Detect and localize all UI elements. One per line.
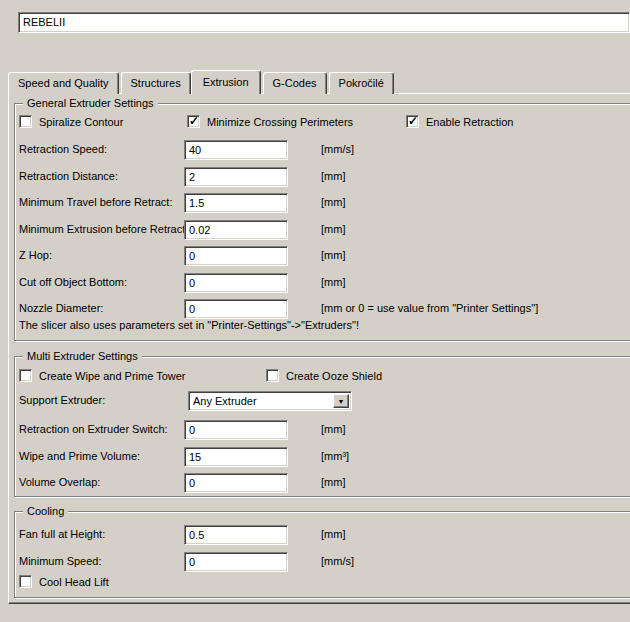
tab-g-codes[interactable]: G-Codes [263,72,327,94]
tab-pokrocile[interactable]: Pokročilé [329,72,394,94]
field-row: Cut off Object Bottom: 0 [mm] [19,273,629,293]
field-row: Z Hop: 0 [mm] [19,246,629,266]
dropdown-row: Support Extruder: Any Extruder ▼ [19,391,629,411]
z-hop-input[interactable]: 0 [184,246,288,266]
check-icon: ✓ [408,114,418,128]
retraction-on-extruder-switch-input[interactable]: 0 [184,420,288,440]
enable-retraction-checkbox[interactable]: ✓ Enable Retraction [406,115,566,129]
checkbox-box: ✓ [406,115,419,128]
minimum-speed-input[interactable]: 0 [184,552,288,572]
volume-overlap-input[interactable]: 0 [184,473,288,493]
field-row: Nozzle Diameter: 0 [mm or 0 = use value … [19,299,629,319]
slicer-settings-window: REBELII Speed and Quality Structures Ext… [0,0,630,622]
minimum-travel-before-retract-input[interactable]: 1.5 [184,193,288,213]
field-row: Wipe and Prime Volume: 15 [mm³] [19,447,629,467]
tab-speed-and-quality[interactable]: Speed and Quality [8,72,119,94]
chevron-down-icon: ▼ [334,395,348,408]
field-row: Fan full at Height: 0.5 [mm] [19,525,629,545]
field-row: Volume Overlap: 0 [mm] [19,473,629,493]
checkbox-box: ✓ [187,115,200,128]
field-row: Minimum Extrusion before Retract: 0.02 [… [19,220,629,240]
field-row: Retraction Speed: 40 [mm/s] [19,140,629,160]
multi-extruder-settings-group: Multi Extruder Settings Create Wipe and … [14,356,630,497]
field-row: Minimum Speed: 0 [mm/s] [19,552,629,572]
wipe-and-prime-volume-input[interactable]: 15 [184,447,288,467]
checkbox-box [19,575,32,588]
cut-off-object-bottom-input[interactable]: 0 [184,273,288,293]
field-row: Retraction on Extruder Switch: 0 [mm] [19,420,629,440]
field-row: Retraction Distance: 2 [mm] [19,167,629,187]
field-row: Minimum Travel before Retract: 1.5 [mm] [19,193,629,213]
group-title: General Extruder Settings [23,97,158,109]
checkbox-box [19,369,32,382]
profile-name-value: REBELII [23,16,65,28]
create-ooze-shield-checkbox[interactable]: Create Ooze Shield [266,369,446,383]
slicer-parameters-note: The slicer also uses parameters set in "… [19,319,359,331]
profile-name-input[interactable]: REBELII [18,12,630,33]
group-title: Cooling [23,505,68,517]
settings-tab-bar: Speed and Quality Structures Extrusion G… [8,70,396,94]
spiralize-contour-checkbox[interactable]: Spiralize Contour [19,115,179,129]
retraction-speed-input[interactable]: 40 [184,140,288,160]
checkbox-box [266,369,279,382]
fan-full-at-height-input[interactable]: 0.5 [184,525,288,545]
support-extruder-dropdown[interactable]: Any Extruder ▼ [188,391,352,411]
minimum-extrusion-before-retract-input[interactable]: 0.02 [184,220,288,240]
nozzle-diameter-input[interactable]: 0 [184,299,288,319]
group-title: Multi Extruder Settings [23,350,142,362]
check-icon: ✓ [189,114,199,128]
general-extruder-settings-group: General Extruder Settings Spiralize Cont… [14,103,630,341]
checkbox-box [19,115,32,128]
create-wipe-and-prime-tower-checkbox[interactable]: Create Wipe and Prime Tower [19,369,239,383]
dropdown-selected-value: Any Extruder [193,395,257,407]
cool-head-lift-checkbox[interactable]: Cool Head Lift [19,575,159,589]
minimize-crossing-perimeters-checkbox[interactable]: ✓ Minimize Crossing Perimeters [187,115,397,129]
dropdown-button[interactable]: ▼ [333,394,349,408]
retraction-distance-input[interactable]: 2 [184,167,288,187]
tab-structures[interactable]: Structures [121,72,191,94]
cooling-group: Cooling Fan full at Height: 0.5 [mm] Min… [14,511,630,598]
tab-extrusion[interactable]: Extrusion [191,70,261,94]
